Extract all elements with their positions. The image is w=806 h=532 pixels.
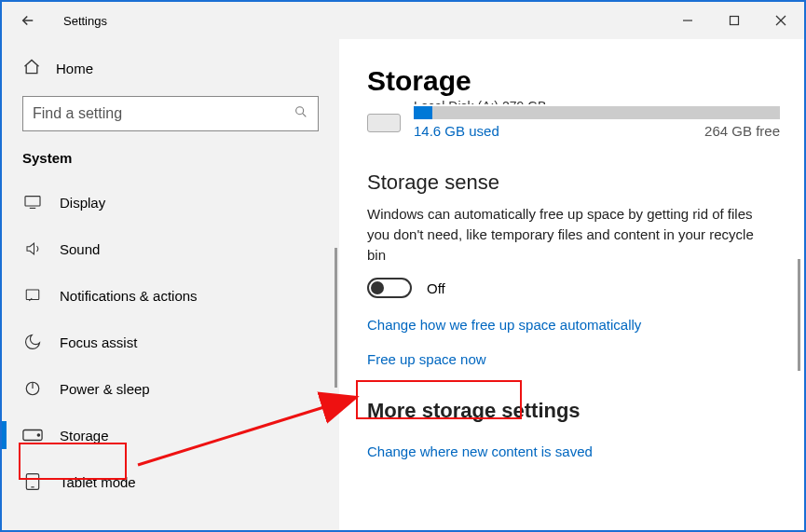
sidebar-item-tablet-mode[interactable]: Tablet mode [2, 458, 339, 505]
minimize-button[interactable] [664, 2, 711, 39]
window-title: Settings [63, 14, 107, 28]
storage-sense-desc: Windows can automatically free up space … [367, 204, 758, 265]
svg-rect-1 [731, 17, 739, 25]
sidebar-scrollbar[interactable] [335, 248, 337, 388]
used-label: 14.6 GB used [414, 123, 499, 139]
section-system: System [22, 150, 319, 166]
search-input[interactable]: Find a setting [22, 96, 319, 131]
home-icon [22, 58, 41, 79]
sidebar-item-storage[interactable]: Storage [2, 412, 339, 458]
storage-sense-toggle[interactable] [367, 278, 412, 298]
free-label: 264 GB free [704, 123, 780, 139]
link-free-up-now[interactable]: Free up space now [367, 351, 486, 367]
back-icon[interactable] [19, 12, 37, 29]
sidebar-item-notifications[interactable]: Notifications & actions [2, 272, 339, 319]
sidebar-item-label: Tablet mode [60, 474, 136, 490]
power-icon [22, 380, 43, 397]
sidebar-item-sound[interactable]: Sound [2, 225, 339, 272]
sidebar-item-label: Focus assist [60, 334, 137, 350]
display-icon [22, 195, 43, 210]
storage-icon [22, 429, 43, 442]
link-change-where-saved[interactable]: Change where new content is saved [367, 443, 593, 459]
link-change-free-up[interactable]: Change how we free up space automaticall… [367, 317, 641, 333]
home-label: Home [56, 61, 93, 76]
disk-summary: Local Disk (A:) 279 GB 14.6 GB used 264 … [367, 110, 780, 139]
disk-title: Local Disk (A:) 279 GB [414, 99, 780, 104]
sidebar-item-label: Display [60, 195, 105, 211]
main-scrollbar[interactable] [798, 259, 800, 371]
sidebar-item-power-sleep[interactable]: Power & sleep [2, 365, 339, 412]
search-icon [294, 104, 308, 123]
tablet-icon [22, 472, 43, 491]
sidebar-item-focus-assist[interactable]: Focus assist [2, 319, 339, 365]
sidebar-item-label: Storage [60, 428, 109, 443]
maximize-button[interactable] [711, 2, 758, 39]
titlebar: Settings [2, 2, 804, 39]
svg-line-5 [303, 114, 307, 117]
svg-rect-8 [26, 290, 39, 300]
sound-icon [22, 240, 43, 257]
close-button[interactable] [758, 2, 804, 39]
storage-sense-heading: Storage sense [367, 171, 780, 195]
sidebar-item-label: Notifications & actions [60, 288, 198, 304]
main-content: Storage Local Disk (A:) 279 GB 14.6 GB u… [339, 39, 804, 530]
disk-icon [367, 114, 401, 132]
window-controls [664, 2, 804, 39]
focus-icon [22, 333, 43, 351]
sidebar: Home Find a setting System Display Sound… [2, 39, 339, 530]
more-storage-heading: More storage settings [367, 399, 780, 423]
sidebar-item-display[interactable]: Display [2, 179, 339, 225]
toggle-label: Off [427, 280, 445, 296]
storage-bar-fill [414, 106, 432, 119]
svg-rect-6 [25, 197, 40, 206]
home-button[interactable]: Home [22, 58, 319, 79]
svg-point-4 [296, 107, 304, 115]
notifications-icon [22, 287, 43, 304]
sidebar-item-label: Power & sleep [60, 381, 150, 397]
page-title: Storage [367, 65, 780, 97]
sidebar-item-label: Sound [60, 241, 100, 257]
svg-point-12 [37, 434, 39, 436]
storage-bar [414, 106, 780, 119]
search-placeholder: Find a setting [33, 105, 122, 122]
